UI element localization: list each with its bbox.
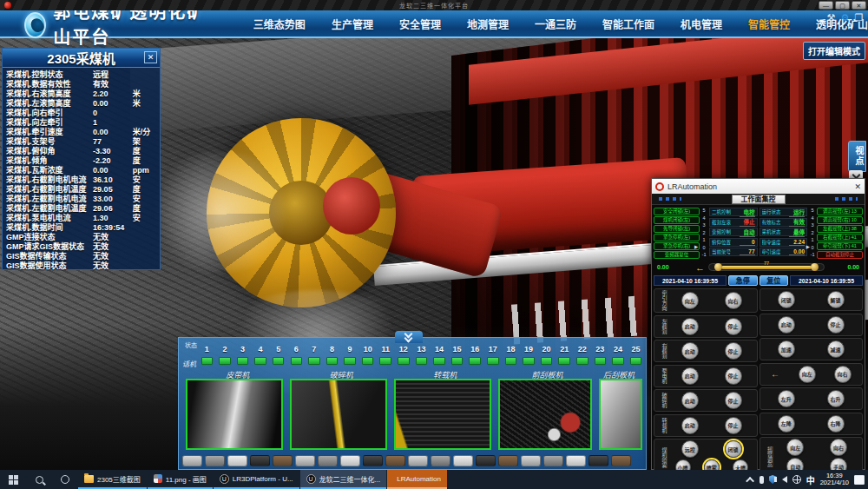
channel-status-square[interactable]: [201, 357, 214, 365]
channel-status-square[interactable]: [326, 357, 339, 365]
filmstrip-thumbnail[interactable]: [295, 455, 315, 466]
channel-status-square[interactable]: [612, 357, 624, 365]
round-control-button[interactable]: 向左: [799, 366, 816, 383]
shearer-position-slider[interactable]: 77: [708, 263, 825, 271]
round-control-button[interactable]: 停止: [725, 417, 742, 434]
tray-volume-icon[interactable]: [782, 476, 787, 483]
lr-control-button[interactable]: 牵引摇臂(下) 41: [817, 242, 863, 250]
estop-button[interactable]: 急停: [728, 275, 758, 286]
lr-close-icon[interactable]: ✕: [854, 182, 861, 191]
channel-status-square[interactable]: [254, 357, 266, 365]
filmstrip-thumbnail[interactable]: [453, 455, 473, 466]
lr-control-button[interactable]: 右截摇臂(上) 41: [817, 234, 863, 241]
round-control-button[interactable]: 左升: [778, 390, 795, 407]
lr-control-button[interactable]: 紧急停机(左): [654, 234, 700, 241]
round-control-button[interactable]: 闭锁: [778, 291, 795, 308]
camera-feed[interactable]: [394, 379, 491, 450]
minimize-button[interactable]: —: [819, 1, 833, 10]
taskbar-task[interactable]: U龙软二三维一体化...: [300, 470, 387, 489]
lr-control-button[interactable]: 紧急停机(右): [654, 242, 700, 250]
channel-status-square[interactable]: [344, 357, 356, 365]
lr-control-button[interactable]: 左截摇臂(上) 38: [817, 225, 863, 233]
round-control-button[interactable]: 右升: [827, 390, 845, 407]
filmstrip-thumbnail[interactable]: [227, 455, 247, 466]
filmstrip-thumbnail[interactable]: [385, 455, 405, 466]
round-control-button[interactable]: 远控: [681, 440, 699, 458]
round-control-button[interactable]: 启动: [681, 392, 699, 409]
round-control-button[interactable]: 减速: [827, 340, 845, 358]
cortana-button[interactable]: [52, 470, 78, 489]
filmstrip-thumbnail[interactable]: [611, 455, 631, 466]
taskbar-task[interactable]: ULR3DPlatform - U...: [214, 470, 299, 489]
taskbar-task[interactable]: 11.png - 画图: [148, 470, 213, 489]
round-control-button[interactable]: 左降: [778, 415, 795, 433]
close-button[interactable]: ✕: [852, 1, 866, 10]
camera-feed[interactable]: [186, 379, 283, 450]
viewpoint-tab[interactable]: 视点: [848, 141, 866, 172]
round-control-button[interactable]: 加速: [778, 340, 795, 358]
nav-item[interactable]: 智能工作面: [602, 17, 654, 31]
round-control-button[interactable]: 停止: [725, 392, 742, 409]
round-control-button[interactable]: 停止: [725, 318, 742, 335]
channel-status-square[interactable]: [630, 357, 642, 365]
lr-control-button[interactable]: 调高摇臂(右) 10: [817, 216, 863, 224]
channel-status-square[interactable]: [558, 357, 570, 365]
nav-item[interactable]: 安全管理: [399, 17, 441, 31]
lr-control-button[interactable]: 安全闭锁(左): [654, 208, 700, 215]
round-control-button[interactable]: 向左: [681, 292, 699, 309]
panel-collapse-chevron-icon[interactable]: [395, 331, 423, 343]
workface-control-tab[interactable]: 工作面集控: [732, 195, 786, 204]
round-control-button[interactable]: 停止: [725, 367, 742, 385]
channel-status-square[interactable]: [576, 357, 589, 365]
channel-status-square[interactable]: [505, 357, 517, 365]
filmstrip-thumbnail[interactable]: [318, 455, 338, 466]
filmstrip-thumbnail[interactable]: [566, 455, 586, 466]
lr-control-button[interactable]: 调高摇臂(左) 13: [817, 208, 863, 215]
channel-status-square[interactable]: [379, 357, 391, 365]
channel-status-square[interactable]: [595, 357, 607, 365]
filmstrip-thumbnail[interactable]: [408, 455, 428, 466]
channel-status-square[interactable]: [219, 357, 231, 365]
round-control-button[interactable]: 解锁: [827, 291, 845, 308]
channel-status-square[interactable]: [291, 357, 303, 365]
channel-status-square[interactable]: [362, 357, 374, 365]
reset-button[interactable]: 复位: [760, 275, 789, 286]
filmstrip-thumbnail[interactable]: [521, 455, 541, 466]
channel-status-square[interactable]: [416, 357, 428, 365]
channel-status-square[interactable]: [451, 357, 464, 365]
nav-item[interactable]: 机电管理: [681, 17, 722, 31]
filmstrip-thumbnail[interactable]: [205, 455, 225, 466]
nav-item[interactable]: 智能管控: [748, 17, 790, 31]
filmstrip-thumbnail[interactable]: [340, 455, 360, 466]
filmstrip-thumbnail[interactable]: [543, 455, 563, 466]
tray-overflow-chevron-icon[interactable]: [748, 477, 754, 483]
filmstrip-thumbnail[interactable]: [250, 455, 270, 466]
channel-status-square[interactable]: [541, 357, 553, 365]
channel-status-square[interactable]: [398, 357, 410, 365]
search-button[interactable]: [26, 470, 52, 489]
restore-icon[interactable]: ❐: [853, 12, 865, 23]
camera-feed[interactable]: [498, 379, 592, 450]
round-control-button[interactable]: 停止: [827, 316, 845, 334]
filmstrip-thumbnail[interactable]: [273, 455, 293, 466]
taskbar-task[interactable]: LRAutomation: [387, 470, 447, 489]
tools-icon[interactable]: ⚒: [825, 12, 837, 23]
nav-item[interactable]: 生产管理: [332, 17, 373, 31]
tray-usb-icon[interactable]: [760, 476, 764, 484]
settings-gear-icon[interactable]: ⚙: [839, 12, 851, 23]
lr-control-button[interactable]: 煤机闭锁(左): [654, 216, 700, 224]
lr-control-button[interactable]: 变频器复位: [654, 251, 700, 259]
nav-item[interactable]: 一通三防: [535, 17, 576, 31]
round-control-button[interactable]: 启动: [681, 342, 699, 360]
filmstrip-thumbnail[interactable]: [589, 455, 608, 466]
round-control-button[interactable]: 闭锁: [725, 440, 742, 458]
start-button[interactable]: [0, 470, 26, 489]
round-control-button[interactable]: 启动: [778, 316, 795, 334]
tray-network-icon[interactable]: [792, 475, 801, 484]
channel-status-square[interactable]: [308, 357, 320, 365]
channel-status-square[interactable]: [273, 357, 285, 365]
nav-item[interactable]: 三维态势图: [253, 17, 306, 31]
round-control-button[interactable]: 向右: [834, 366, 852, 383]
round-control-button[interactable]: 启动: [681, 367, 699, 385]
filmstrip-thumbnail[interactable]: [182, 455, 202, 466]
